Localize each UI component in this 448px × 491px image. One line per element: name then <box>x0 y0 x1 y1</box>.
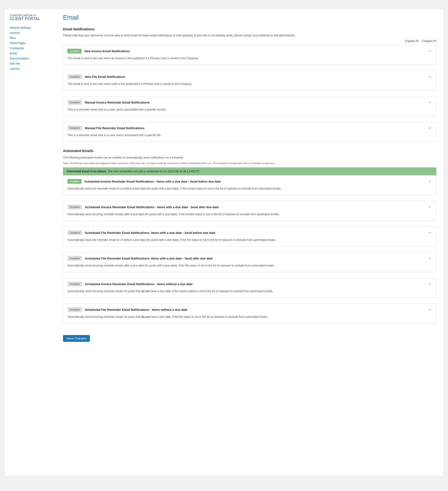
expand-collapse-toolbar: Expand All Collapse All <box>63 39 436 43</box>
panel-body: This is a reminder email sent to a user,… <box>63 107 436 116</box>
nav-site-info[interactable]: Site Info <box>10 62 20 65</box>
panel-desc: This is a reminder email sent to a user,… <box>68 134 161 137</box>
status-badge: Disabled <box>68 230 82 235</box>
panel-body: Automatically send one reminder email on… <box>63 238 436 246</box>
page-title: Email <box>63 14 436 21</box>
panel-header[interactable]: DisabledManual File Reminder Email Notif… <box>63 122 436 133</box>
chevron-down-icon[interactable] <box>428 49 432 54</box>
chevron-down-icon[interactable] <box>428 75 432 79</box>
logo-dots-icon <box>33 14 36 17</box>
settings-panel: DisabledScheduled File Reminder Email No… <box>63 227 436 246</box>
cron-status-label: Automated Email Cron Status: <box>67 170 107 173</box>
save-changes-button[interactable]: Save Changes <box>63 335 90 342</box>
section-desc-automated: The following automated emails can be en… <box>63 155 436 160</box>
chevron-down-icon[interactable] <box>428 100 432 105</box>
section-heading-automated: Automated Emails <box>63 149 436 153</box>
status-badge: Disabled <box>68 126 82 130</box>
chevron-down-icon[interactable] <box>428 308 432 312</box>
nav-general-settings[interactable]: General Settings <box>10 26 30 29</box>
main-content: Email Email Notifications Please note th… <box>56 9 443 476</box>
settings-panel: DisabledManual Invoice Reminder Email No… <box>63 96 436 116</box>
panel-desc: Automatically send recurring reminder em… <box>68 213 280 216</box>
panel-body: Automatically send recurring reminder em… <box>63 264 436 272</box>
collapse-all-button[interactable]: Collapse All <box>422 39 436 43</box>
cron-status-bar: Automated Email Cron Status: The next sc… <box>63 167 436 175</box>
settings-panel: DisabledScheduled File Reminder Email No… <box>63 252 436 272</box>
settings-panel: DisabledScheduled Invoice Reminder Email… <box>63 278 436 298</box>
panel-body: This email is sent to the user when a fi… <box>63 82 436 90</box>
nav-documentation[interactable]: Documentation <box>10 57 29 60</box>
status-badge: Disabled <box>68 256 82 261</box>
panel-header[interactable]: DisabledScheduled Invoice Reminder Email… <box>63 278 436 289</box>
status-badge: Disabled <box>68 307 82 312</box>
panel-desc-bold: do not <box>141 290 150 293</box>
status-badge: Disabled <box>68 205 82 209</box>
panel-title: Scheduled File Reminder Email Notificati… <box>85 231 215 235</box>
logo: CONSTELLATION CLIENT PORTAL <box>10 14 56 21</box>
panel-desc-post: have a due date, if the file status is n… <box>150 315 268 319</box>
chevron-down-icon[interactable] <box>428 179 432 184</box>
settings-panel: EnabledScheduled Invoice Reminder Email … <box>63 175 436 195</box>
settings-panel: EnabledNew Invoice Email NotificationsTh… <box>63 45 436 65</box>
panel-body: Automatically send one reminder email on… <box>63 187 436 195</box>
settings-panel: DisabledScheduled Invoice Reminder Email… <box>63 201 436 221</box>
panel-title: Manual File Reminder Email Notifications <box>85 126 145 130</box>
status-badge: Enabled <box>68 179 81 184</box>
section-note-automated: Note: WordPress cron tasks are triggered… <box>63 161 436 165</box>
nav-invoices[interactable]: Invoices <box>10 31 20 35</box>
panel-desc: This email is sent to the user when a fi… <box>68 82 192 85</box>
nav-email[interactable]: Email <box>10 52 17 55</box>
panel-title: Manual Invoice Reminder Email Notificati… <box>85 101 150 104</box>
panel-header[interactable]: DisabledScheduled File Reminder Email No… <box>63 227 436 238</box>
panel-header[interactable]: DisabledNew File Email Notifications <box>63 71 436 82</box>
panel-body: This is a reminder email sent to a user,… <box>63 133 436 142</box>
chevron-down-icon[interactable] <box>428 256 432 261</box>
panel-desc: Automatically send one reminder email on… <box>68 238 276 242</box>
chevron-down-icon[interactable] <box>428 282 432 287</box>
chevron-down-icon[interactable] <box>428 205 432 210</box>
panel-header[interactable]: DisabledScheduled Invoice Reminder Email… <box>63 201 436 212</box>
panel-body: This email is sent to the user when an i… <box>63 56 436 65</box>
nav-license[interactable]: License <box>10 67 19 70</box>
panel-header[interactable]: DisabledScheduled File Reminder Email No… <box>63 304 436 315</box>
panel-desc: Automatically send one reminder email on… <box>68 187 281 190</box>
panel-title: Scheduled File Reminder Email Notificati… <box>85 308 187 312</box>
settings-panel: DisabledScheduled File Reminder Email No… <box>63 303 436 323</box>
panel-title: Scheduled Invoice Reminder Email Notific… <box>85 205 219 209</box>
section-heading-notifications: Email Notifications <box>63 27 436 31</box>
panel-desc: This is a reminder email sent to a user,… <box>68 108 166 111</box>
sidebar: CONSTELLATION CLIENT PORTAL General Sett… <box>5 9 56 476</box>
panel-header[interactable]: EnabledScheduled Invoice Reminder Email … <box>63 176 436 187</box>
nav-companies[interactable]: Companies <box>10 47 24 50</box>
status-badge: Disabled <box>68 282 82 286</box>
panel-desc-pre: Automatically send recurring reminder em… <box>68 290 141 293</box>
panel-header[interactable]: DisabledScheduled File Reminder Email No… <box>63 253 436 264</box>
panel-title: Scheduled Invoice Reminder Email Notific… <box>84 180 221 183</box>
settings-panel: DisabledNew File Email NotificationsThis… <box>63 71 436 90</box>
panel-desc-post: have a due date, if the invoice status i… <box>150 290 273 293</box>
panel-desc: This email is sent to the user when an i… <box>68 57 199 60</box>
chevron-down-icon[interactable] <box>428 126 432 131</box>
nav-list: General Settings Invoices Files Client P… <box>10 25 56 71</box>
chevron-down-icon[interactable] <box>428 231 432 236</box>
panel-header[interactable]: DisabledManual Invoice Reminder Email No… <box>63 96 436 107</box>
panel-title: New Invoice Email Notifications <box>84 49 130 53</box>
status-badge: Disabled <box>68 74 82 79</box>
nav-client-pages[interactable]: Client Pages <box>10 41 26 45</box>
panel-title: New File Email Notifications <box>85 75 125 79</box>
panel-title: Scheduled File Reminder Email Notificati… <box>85 257 213 260</box>
panel-header[interactable]: EnabledNew Invoice Email Notifications <box>63 45 436 56</box>
logo-top-text: CONSTELLATION <box>10 14 32 17</box>
cron-status-text: The next scheduled cron job is scheduled… <box>107 170 200 173</box>
panel-body: Automatically send recurring reminder em… <box>63 289 436 297</box>
status-badge: Disabled <box>68 100 82 105</box>
section-desc-notifications: Please note that your site/server must b… <box>63 33 436 38</box>
settings-panel: DisabledManual File Reminder Email Notif… <box>63 122 436 142</box>
panel-body: Automatically send recurring reminder em… <box>63 315 436 323</box>
nav-files[interactable]: Files <box>10 36 16 40</box>
panel-desc-bold: do not <box>141 315 150 319</box>
logo-bottom-text: CLIENT PORTAL <box>10 17 56 21</box>
status-badge: Enabled <box>68 49 81 53</box>
expand-all-button[interactable]: Expand All <box>405 39 419 43</box>
panel-title: Scheduled Invoice Reminder Email Notific… <box>85 282 193 286</box>
